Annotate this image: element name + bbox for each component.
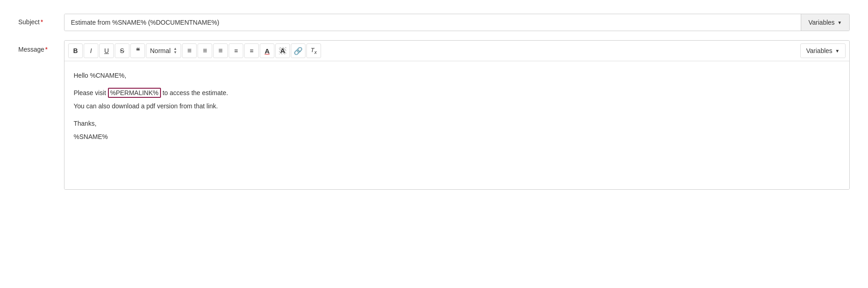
unordered-list-button[interactable]: ≡ <box>244 43 259 58</box>
link-icon: 🔗 <box>294 47 303 55</box>
format-select-arrows-icon: ▲ ▼ <box>173 47 177 54</box>
bold-button[interactable]: B <box>68 43 83 58</box>
message-variables-button[interactable]: Variables ▼ <box>800 43 846 58</box>
font-color-button[interactable]: A <box>260 43 274 58</box>
subject-row: Subject* Variables ▼ <box>18 14 850 31</box>
subject-label-text: Subject <box>18 18 40 26</box>
signature-paragraph: Thanks, %SNAME% <box>74 118 840 142</box>
message-editor-wrapper: B I U S ❝ Normal ▲ ▼ ≡ <box>64 40 850 190</box>
thanks-text: Thanks, <box>74 120 96 127</box>
ordered-list-button[interactable]: ≡ <box>229 43 243 58</box>
font-color-icon: A <box>265 47 270 55</box>
permalink-line: Please visit %PERMALINK% to access the e… <box>74 88 840 98</box>
body-paragraph: Please visit %PERMALINK% to access the e… <box>74 88 840 111</box>
clear-format-button[interactable]: Tx <box>306 43 321 58</box>
subject-input[interactable] <box>64 14 801 31</box>
greeting-text: Hello %CNAME%, <box>74 72 126 79</box>
message-required-star: * <box>45 46 48 53</box>
message-label-text: Message <box>18 46 44 53</box>
subject-variables-chevron-icon: ▼ <box>837 20 842 25</box>
highlight-icon: A <box>279 47 286 54</box>
subject-field-wrapper: Variables ▼ <box>64 14 850 31</box>
greeting-line: Hello %CNAME%, <box>74 70 840 80</box>
subject-variables-button[interactable]: Variables ▼ <box>801 14 849 31</box>
sname-line: %SNAME% <box>74 132 840 142</box>
message-label: Message* <box>18 40 64 53</box>
ordered-list-icon: ≡ <box>234 47 238 54</box>
underline-icon: U <box>104 47 109 54</box>
sname-text: %SNAME% <box>74 133 108 140</box>
underline-button[interactable]: U <box>99 43 114 58</box>
strikethrough-button[interactable]: S <box>115 43 129 58</box>
pdf-line: You can also download a pdf version from… <box>74 101 840 111</box>
subject-variables-label: Variables <box>809 19 835 26</box>
message-body[interactable]: Hello %CNAME%, Please visit %PERMALINK% … <box>64 61 849 189</box>
thanks-line: Thanks, <box>74 118 840 128</box>
align-right-icon: ≡ <box>218 47 222 55</box>
align-center-icon: ≡ <box>203 47 207 55</box>
message-toolbar: B I U S ❝ Normal ▲ ▼ ≡ <box>64 41 849 61</box>
strikethrough-icon: S <box>120 47 124 54</box>
format-select-label: Normal <box>150 47 171 54</box>
quote-button[interactable]: ❝ <box>130 43 145 58</box>
unordered-list-icon: ≡ <box>250 47 253 54</box>
italic-button[interactable]: I <box>84 43 98 58</box>
align-right-button[interactable]: ≡ <box>213 43 228 58</box>
link-button[interactable]: 🔗 <box>291 43 305 58</box>
pdf-text: You can also download a pdf version from… <box>74 102 218 110</box>
please-visit-text: Please visit <box>74 89 108 96</box>
format-select[interactable]: Normal ▲ ▼ <box>146 43 181 58</box>
subject-label: Subject* <box>18 14 64 26</box>
message-row: Message* B I U S ❝ Normal ▲ ▼ <box>18 40 850 190</box>
permalink-variable: %PERMALINK% <box>108 88 161 98</box>
quote-icon: ❝ <box>136 47 140 55</box>
bold-icon: B <box>73 47 78 54</box>
clear-format-icon: Tx <box>311 47 316 55</box>
italic-icon: I <box>90 47 92 54</box>
subject-required-star: * <box>41 18 43 26</box>
align-center-button[interactable]: ≡ <box>198 43 212 58</box>
align-left-button[interactable]: ≡ <box>182 43 197 58</box>
message-variables-chevron-icon: ▼ <box>835 48 840 53</box>
highlight-button[interactable]: A <box>275 43 290 58</box>
message-variables-label: Variables <box>806 47 832 54</box>
align-left-icon: ≡ <box>187 47 191 55</box>
estimate-access-text: to access the estimate. <box>161 89 228 96</box>
